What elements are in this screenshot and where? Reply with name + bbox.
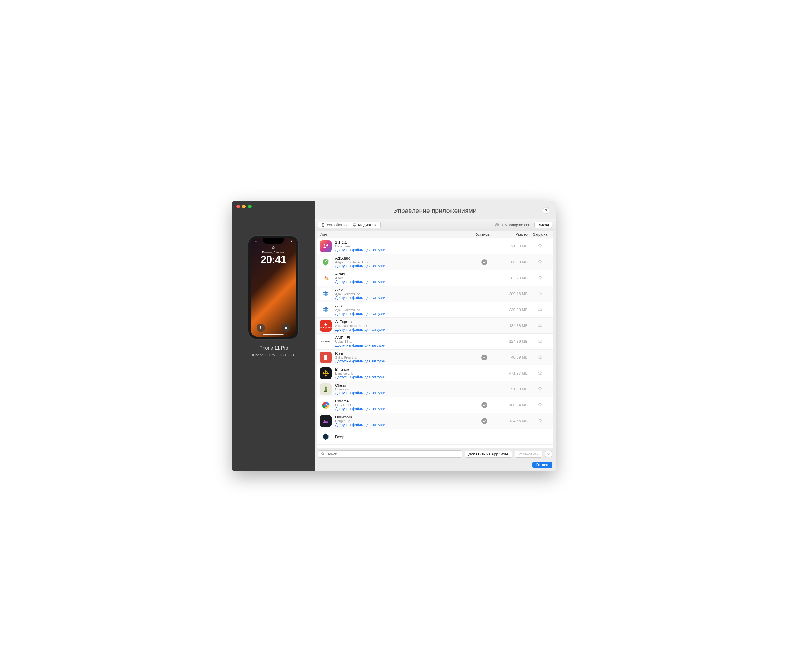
cloud-download-icon[interactable]	[537, 355, 543, 360]
add-from-appstore-button[interactable]: Добавить из App Store	[465, 451, 512, 458]
app-window: ••• ▮ Вторник, 9 января 20:41	[232, 201, 556, 471]
app-developer: Ajax Systems Inc	[335, 292, 471, 296]
main-panel: Управление приложениями ? Устройство Мед…	[315, 201, 556, 471]
download-cell	[530, 402, 551, 408]
logout-button[interactable]: Выход	[534, 222, 552, 228]
svg-point-14	[321, 452, 324, 454]
help-button[interactable]: ?	[543, 207, 550, 214]
app-name: Binance	[335, 367, 471, 372]
cloud-download-icon[interactable]	[537, 291, 543, 297]
svg-point-1	[286, 327, 287, 328]
table-body[interactable]: 1.1.1.1CloudflareДоступны файлы для загр…	[317, 238, 553, 448]
done-button[interactable]: Готово	[532, 462, 552, 468]
cloud-download-icon[interactable]	[537, 323, 543, 328]
table-row[interactable]: BinanceBinance LTDДоступны файлы для заг…	[317, 365, 553, 381]
table-row[interactable]: ChessChess.comДоступны файлы для загрузк…	[317, 381, 553, 397]
download-cell	[530, 323, 551, 328]
table-row[interactable]: AiraloAiraloДоступны файлы для загрузки8…	[317, 270, 553, 286]
download-files-link[interactable]: Доступны файлы для загрузки	[335, 280, 471, 284]
app-text: BinanceBinance LTDДоступны файлы для заг…	[335, 367, 471, 379]
download-files-link[interactable]: Доступны файлы для загрузки	[335, 327, 471, 332]
col-installed-header[interactable]: Установ…	[471, 232, 497, 237]
cloud-download-icon[interactable]	[537, 259, 543, 265]
installed-check-icon	[481, 418, 487, 424]
app-icon	[320, 256, 332, 268]
download-files-link[interactable]: Доступны файлы для загрузки	[335, 391, 471, 395]
account-email-text: alexpob@me.com	[500, 223, 531, 227]
download-cell	[530, 291, 551, 297]
download-cell	[530, 387, 551, 392]
svg-rect-0	[272, 248, 274, 249]
app-name: 1.1.1.1	[335, 240, 471, 245]
signal-icon: •••	[255, 240, 257, 243]
cloud-download-icon[interactable]	[537, 371, 543, 376]
table-row[interactable]: AMPLIFIAMPLIFIUbiquiti Inc.Доступны файл…	[317, 334, 553, 350]
flashlight-icon	[257, 324, 265, 332]
app-icon	[320, 415, 332, 427]
table-header: Имя ⌃ Установ… Размер Загрузка	[317, 231, 553, 238]
app-name: DeepL	[335, 435, 471, 439]
cloud-download-icon[interactable]	[537, 387, 543, 392]
cloud-download-icon[interactable]	[537, 307, 543, 313]
size-cell: 124.86 MB	[497, 339, 530, 344]
svg-rect-8	[324, 391, 327, 392]
maximize-button[interactable]	[248, 205, 252, 208]
app-text: AjaxAjax Systems IncДоступны файлы для з…	[335, 288, 471, 300]
download-files-link[interactable]: Доступны файлы для загрузки	[335, 423, 471, 427]
installed-cell	[471, 354, 497, 361]
app-name: Darkroom	[335, 415, 471, 419]
cloud-download-icon[interactable]	[537, 339, 543, 344]
install-options-button[interactable]	[545, 451, 552, 457]
table-row[interactable]: 1.1.1.1CloudflareДоступны файлы для загр…	[317, 238, 553, 254]
cloud-download-icon[interactable]	[537, 244, 543, 249]
col-size-header[interactable]: Размер	[497, 232, 530, 237]
col-download-header[interactable]: Загрузка	[530, 232, 551, 237]
download-files-link[interactable]: Доступны файлы для загрузки	[335, 375, 471, 379]
app-developer: Airalo	[335, 276, 471, 280]
download-files-link[interactable]: Доступны файлы для загрузки	[335, 343, 471, 348]
table-row[interactable]: ChromeGoogle LLCДоступны файлы для загру…	[317, 397, 553, 413]
app-icon	[320, 399, 332, 411]
tab-library[interactable]: Медиатека	[350, 222, 380, 228]
app-developer: Shiny Frog Ltd.	[335, 356, 471, 359]
app-text: AliExpressAlibaba.com (RU), LLCДоступны …	[335, 319, 471, 332]
install-button[interactable]: Установить	[515, 451, 542, 458]
download-files-link[interactable]: Доступны файлы для загрузки	[335, 407, 471, 411]
cloud-download-icon[interactable]	[537, 418, 543, 424]
footer: Готово	[315, 460, 556, 471]
app-icon	[320, 240, 332, 252]
download-files-link[interactable]: Доступны файлы для загрузки	[335, 359, 471, 363]
app-text: ChessChess.comДоступны файлы для загрузк…	[335, 383, 471, 395]
search-field[interactable]	[318, 450, 462, 458]
table-row[interactable]: DeepL	[317, 429, 553, 445]
table-row[interactable]: AjaxAjax Systems IncДоступны файлы для з…	[317, 302, 553, 318]
download-files-link[interactable]: Доступны файлы для загрузки	[335, 248, 471, 252]
source-segmented-control: Устройство Медиатека	[318, 222, 381, 228]
table-row[interactable]: AjaxAjax Systems IncДоступны файлы для з…	[317, 286, 553, 302]
download-cell	[530, 371, 551, 376]
app-name: Bear	[335, 351, 471, 356]
table-row[interactable]: ✦AliExpressAliExpressAlibaba.com (RU), L…	[317, 318, 553, 334]
app-name: Ajax	[335, 303, 471, 308]
app-text: DeepL	[335, 435, 471, 439]
device-subtitle: iPhone 11 Pro - iOS 16.3.1	[252, 353, 294, 357]
download-cell	[530, 307, 551, 313]
download-files-link[interactable]: Доступны файлы для загрузки	[335, 264, 471, 268]
size-cell: 134.88 MB	[497, 323, 530, 328]
cloud-download-icon[interactable]	[537, 402, 543, 408]
minimize-button[interactable]	[242, 205, 246, 208]
table-row[interactable]: BearShiny Frog Ltd.Доступны файлы для за…	[317, 350, 553, 365]
tab-device[interactable]: Устройство	[318, 222, 350, 228]
close-button[interactable]	[236, 205, 240, 208]
app-text: 1.1.1.1CloudflareДоступны файлы для загр…	[335, 240, 471, 252]
tab-library-label: Медиатека	[358, 223, 378, 227]
download-files-link[interactable]: Доступны файлы для загрузки	[335, 311, 471, 316]
table-row[interactable]: AdGuardAdguard Software LimitedДоступны …	[317, 254, 553, 270]
cloud-download-icon[interactable]	[537, 275, 543, 281]
tab-device-label: Устройство	[327, 223, 346, 227]
col-name-header[interactable]: Имя ⌃	[320, 232, 471, 237]
search-input[interactable]	[326, 452, 460, 456]
size-cell: 40.39 MB	[497, 355, 530, 359]
table-row[interactable]: DarkroomBergen Co.Доступны файлы для заг…	[317, 413, 553, 429]
download-files-link[interactable]: Доступны файлы для загрузки	[335, 296, 471, 300]
